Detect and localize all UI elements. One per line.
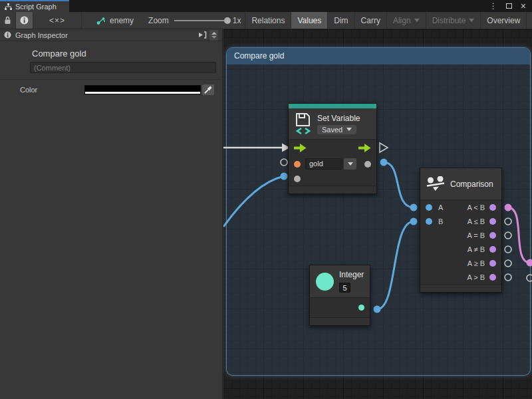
integer-header: Integer 5 xyxy=(310,265,370,298)
graph-node-icon xyxy=(96,17,106,25)
set-variable-header-text: Set Variable Saved xyxy=(317,114,360,134)
values-toggle[interactable]: Values xyxy=(291,12,328,29)
output-ge-port[interactable] xyxy=(489,260,496,267)
integer-type-icon xyxy=(316,273,334,291)
tab-script-graph[interactable]: Script Graph xyxy=(0,0,69,12)
tab-bar: Script Graph ⋮ × xyxy=(0,0,532,12)
lock-icon xyxy=(4,16,11,25)
color-label: Color xyxy=(20,86,84,94)
overview-button[interactable]: Overview xyxy=(481,12,527,29)
graph-breadcrumb[interactable]: enemy xyxy=(82,12,144,29)
node-integer[interactable]: Integer 5 xyxy=(309,265,370,326)
zoom-slider[interactable] xyxy=(174,20,227,21)
dim-toggle[interactable]: Dim xyxy=(328,12,354,29)
window-controls: ⋮ × xyxy=(489,0,532,12)
inspector-scroll-stepper[interactable] xyxy=(209,30,218,41)
graph-title: Compare gold xyxy=(32,49,222,59)
integer-value-field[interactable]: 5 xyxy=(339,283,350,293)
comparison-scale-icon xyxy=(426,176,445,192)
lock-button[interactable] xyxy=(0,12,16,29)
output-le-port[interactable] xyxy=(489,218,496,225)
zoom-slider-handle[interactable] xyxy=(224,17,231,24)
output-eq-label: A = B xyxy=(467,231,485,239)
eyedropper-icon xyxy=(204,86,212,94)
comment-input[interactable] xyxy=(30,62,216,73)
comparison-row: A ≠ B xyxy=(420,242,501,256)
save-variable-icon xyxy=(295,112,312,135)
graph-canvas[interactable]: Compare gold xyxy=(223,29,532,399)
eyedropper-button[interactable] xyxy=(202,84,214,95)
zoom-control: Zoom 1x xyxy=(144,12,245,29)
distribute-dropdown[interactable]: Distribute xyxy=(426,12,481,29)
comparison-row: A ≥ B xyxy=(420,256,501,270)
distribute-label: Distribute xyxy=(432,16,466,25)
output-ne-label: A ≠ B xyxy=(467,245,485,253)
chevron-down-icon xyxy=(414,19,420,22)
variable-name-caret-button[interactable] xyxy=(344,158,356,170)
window-menu-icon[interactable]: ⋮ xyxy=(489,2,497,10)
dock-panel-icon[interactable] xyxy=(198,31,207,39)
variable-scope-dropdown[interactable]: Saved xyxy=(317,125,356,134)
input-a-label: A xyxy=(438,203,443,211)
integer-output-port[interactable] xyxy=(358,305,364,311)
input-a-port[interactable] xyxy=(426,204,432,211)
fullscreen-button[interactable]: Full Screen xyxy=(527,12,532,29)
node-title: Set Variable xyxy=(317,114,360,123)
align-dropdown[interactable]: Align xyxy=(387,12,426,29)
tab-title: Script Graph xyxy=(15,3,57,11)
carry-toggle[interactable]: Carry xyxy=(355,12,387,29)
variable-name-select[interactable]: gold xyxy=(305,158,342,170)
variable-name-row: gold xyxy=(289,156,376,172)
value-output-port[interactable] xyxy=(364,161,371,168)
output-eq-port[interactable] xyxy=(489,232,496,239)
comparison-row: A > B xyxy=(420,270,501,284)
integer-header-text: Integer 5 xyxy=(339,270,364,293)
graph-toolbar: <×> enemy Zoom 1x Relations Values Dim C… xyxy=(0,12,532,29)
set-variable-header: Set Variable Saved xyxy=(289,108,376,140)
output-ne-port[interactable] xyxy=(489,246,496,253)
inspector-tools xyxy=(198,30,218,41)
output-gt-port[interactable] xyxy=(489,274,496,281)
info-icon xyxy=(4,31,11,39)
value-input-row xyxy=(289,172,376,186)
inspector-toggle-button[interactable] xyxy=(16,12,33,29)
alpha-bar xyxy=(85,92,200,94)
output-lt-port[interactable] xyxy=(489,204,496,211)
node-footer xyxy=(289,186,376,194)
chevron-down-icon xyxy=(469,19,474,22)
output-le: A ≤ B xyxy=(467,217,496,225)
group-header[interactable]: Compare gold xyxy=(227,48,530,65)
relations-toggle[interactable]: Relations xyxy=(245,12,291,29)
node-set-variable[interactable]: Set Variable Saved gold xyxy=(288,103,377,194)
comparison-row: B A ≤ B xyxy=(420,214,501,228)
node-footer xyxy=(420,284,501,292)
input-b-port[interactable] xyxy=(426,218,432,225)
flow-output-port[interactable] xyxy=(358,144,371,152)
script-graph-window: Script Graph ⋮ × <×> xyxy=(0,0,532,399)
node-footer xyxy=(310,317,370,325)
zoom-label: Zoom xyxy=(148,16,169,25)
output-ge-label: A ≥ B xyxy=(467,259,485,267)
scope-value: Saved xyxy=(322,126,342,134)
inspector-header: Graph Inspector xyxy=(0,29,222,41)
close-icon[interactable]: × xyxy=(521,1,526,11)
comparison-header: Comparison xyxy=(420,168,501,200)
string-input-port[interactable] xyxy=(294,161,301,168)
node-title: Integer xyxy=(339,270,364,279)
graph-name-label: enemy xyxy=(110,16,134,25)
source-code-button[interactable]: <×> xyxy=(33,12,82,29)
node-comparison[interactable]: Comparison A A < B B A ≤ B xyxy=(420,168,502,293)
flow-ports-row xyxy=(289,140,376,156)
output-le-label: A ≤ B xyxy=(467,217,485,225)
maximize-icon[interactable] xyxy=(506,3,512,9)
value-input-port[interactable] xyxy=(294,176,301,182)
comparison-row: A A < B xyxy=(420,200,501,214)
color-swatch[interactable] xyxy=(84,85,201,94)
color-field-row: Color xyxy=(20,84,214,95)
graph-hierarchy-icon xyxy=(5,3,12,10)
chevron-down-icon xyxy=(348,162,353,166)
output-lt: A < B xyxy=(467,203,496,211)
output-gt-label: A > B xyxy=(467,273,485,281)
code-icon: <×> xyxy=(49,16,65,25)
flow-input-port[interactable] xyxy=(294,144,307,152)
